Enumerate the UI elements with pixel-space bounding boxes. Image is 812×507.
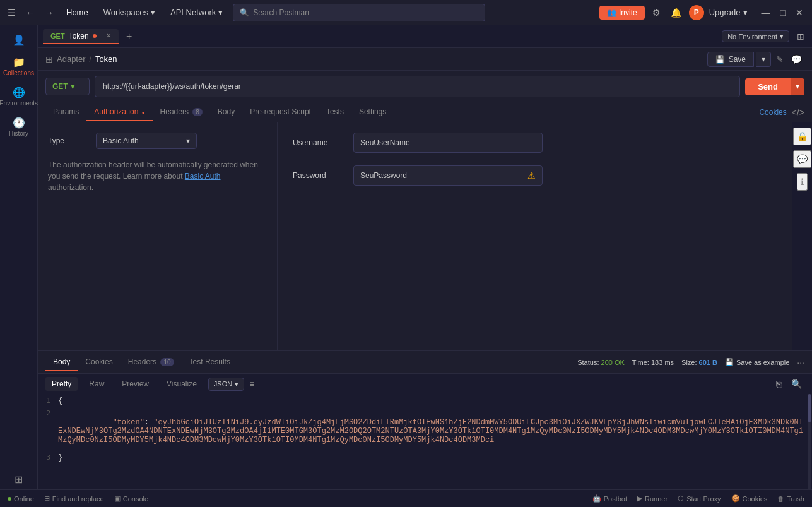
save-icon: 💾: [725, 358, 734, 366]
chevron-down-icon: ▾: [780, 32, 784, 40]
sidebar-comment-button[interactable]: 💬: [793, 150, 811, 168]
scrollbar[interactable]: [808, 394, 811, 489]
tab-close-button[interactable]: ✕: [106, 32, 111, 39]
code-icon[interactable]: </>: [792, 107, 804, 117]
resp-tab-test-results[interactable]: Test Results: [182, 354, 238, 371]
tab-body[interactable]: Body: [210, 104, 242, 121]
response-actions: ⎘ 🔍: [774, 376, 804, 391]
home-link[interactable]: Home: [61, 5, 93, 20]
sidebar-item-collections[interactable]: 📁 Collections: [3, 52, 35, 80]
back-button[interactable]: ←: [23, 5, 37, 20]
minimize-button[interactable]: —: [758, 6, 774, 19]
notifications-button[interactable]: 🔔: [668, 5, 684, 20]
console-button[interactable]: ▣ Console: [114, 494, 148, 503]
search-bar[interactable]: 🔍 Search Postman: [233, 4, 485, 21]
search-response-button[interactable]: 🔍: [789, 376, 804, 391]
maximize-button[interactable]: □: [777, 6, 789, 19]
forward-button[interactable]: →: [42, 5, 56, 20]
breadcrumb-current: Token: [95, 54, 117, 64]
code-area[interactable]: 1 { 2 "token": "eyJhbGciOiJIUzI1NiJ9.eyJ…: [38, 394, 812, 489]
content-area: GET Token ✕ + No Environment ▾ ⊞ ⊞ Adapt…: [38, 25, 812, 489]
menu-button[interactable]: ☰: [5, 5, 18, 20]
save-dropdown-button[interactable]: ▾: [756, 52, 771, 67]
add-tab-button[interactable]: +: [121, 28, 137, 45]
runner-button[interactable]: ▶ Runner: [637, 494, 668, 503]
online-dot: [8, 497, 11, 501]
auth-dot-indicator: ●: [142, 110, 145, 116]
resp-tab-cookies[interactable]: Cookies: [78, 354, 120, 371]
sidebar-help-button[interactable]: ℹ: [797, 173, 808, 191]
chevron-icon: ▾: [186, 136, 190, 145]
auth-description: The authorization header will be automat…: [48, 159, 267, 193]
tab-tests[interactable]: Tests: [319, 104, 351, 121]
api-network-menu[interactable]: API Network ▾: [165, 5, 228, 20]
method-select[interactable]: GET ▾: [45, 78, 90, 95]
fmt-tab-raw[interactable]: Raw: [83, 377, 110, 391]
format-lines-icon[interactable]: ≡: [249, 379, 254, 389]
upgrade-button[interactable]: Upgrade ▾: [709, 8, 748, 17]
send-button[interactable]: Send: [745, 78, 791, 95]
url-input[interactable]: [95, 76, 740, 97]
sidebar-item-environments[interactable]: 🌐 Environments: [3, 83, 35, 110]
save-icon: 💾: [715, 55, 725, 64]
comment-button[interactable]: 💬: [789, 52, 804, 67]
type-label: Type: [48, 136, 86, 145]
more-options-button[interactable]: ···: [797, 357, 804, 367]
resp-tab-headers[interactable]: Headers 10: [121, 354, 182, 371]
sidebar-info-button[interactable]: 🔒: [793, 128, 811, 145]
context-icon-button[interactable]: ⊞: [794, 29, 807, 44]
send-dropdown-button[interactable]: ▾: [791, 78, 804, 95]
cookies-link[interactable]: Cookies: [759, 108, 786, 117]
auth-type-value: Basic Auth: [103, 136, 139, 145]
password-row: Password SeuPassword ⚠: [293, 165, 777, 186]
tab-pre-request[interactable]: Pre-request Script: [242, 104, 319, 121]
response-section: Body Cookies Headers 10 Test Results Sta…: [38, 350, 812, 489]
right-sidebar: 🔒 💬 ℹ: [792, 122, 812, 350]
user-avatar[interactable]: P: [689, 5, 704, 20]
invite-button[interactable]: 👥 Invite: [599, 6, 645, 20]
no-env-label: No Environment: [727, 33, 777, 40]
resp-tab-body[interactable]: Body: [45, 354, 78, 371]
fmt-tab-pretty[interactable]: Pretty: [45, 377, 78, 391]
headers-badge: 8: [192, 108, 203, 116]
bottom-bar: Online ⊞ Find and replace ▣ Console 🤖 Po…: [0, 489, 812, 507]
request-bar: GET ▾ Send ▾: [38, 71, 812, 102]
tab-headers[interactable]: Headers 8: [153, 104, 210, 121]
postbot-button[interactable]: 🤖 Postbot: [592, 494, 627, 503]
username-input[interactable]: SeuUserName: [353, 133, 543, 153]
find-replace-button[interactable]: ⊞ Find and replace: [44, 494, 104, 503]
start-proxy-button[interactable]: ⬡ Start Proxy: [678, 494, 721, 503]
cookies-button[interactable]: 🍪 Cookies: [731, 494, 768, 503]
password-input[interactable]: SeuPassword ⚠: [353, 165, 543, 186]
close-button[interactable]: ✕: [792, 6, 807, 19]
save-example-button[interactable]: 💾 Save as example: [725, 358, 789, 366]
save-group: 💾 Save ▾ ✎ 💬: [707, 52, 804, 67]
tab-method: GET: [50, 32, 65, 40]
workspaces-menu[interactable]: Workspaces ▾: [98, 5, 160, 20]
fmt-tab-preview[interactable]: Preview: [115, 377, 155, 391]
sidebar-item-new[interactable]: 👤: [3, 30, 35, 50]
tab-params[interactable]: Params: [45, 104, 86, 121]
tab-authorization[interactable]: Authorization ●: [86, 104, 152, 121]
auth-type-select[interactable]: Basic Auth ▾: [96, 133, 197, 149]
fmt-tab-visualize[interactable]: Visualize: [160, 377, 203, 391]
sidebar-item-grid[interactable]: ⊞: [3, 470, 35, 489]
method-chevron-icon: ▾: [71, 82, 74, 91]
basic-auth-link[interactable]: Basic Auth: [185, 172, 221, 181]
settings-button[interactable]: ⚙: [650, 5, 663, 20]
method-label: GET: [52, 82, 68, 91]
sidebar-item-history[interactable]: 🕐 History: [3, 113, 35, 141]
environment-select[interactable]: No Environment ▾: [722, 30, 789, 42]
code-line-3: 3 }: [38, 453, 812, 466]
chevron-down-icon: ▾: [235, 380, 238, 388]
sidebar-item-label: Collections: [3, 69, 34, 76]
save-button[interactable]: 💾 Save: [707, 52, 754, 67]
copy-response-button[interactable]: ⎘: [774, 376, 784, 391]
trash-button[interactable]: 🗑 Trash: [777, 495, 804, 503]
tab-settings[interactable]: Settings: [351, 104, 394, 121]
breadcrumb-parent[interactable]: Adapter: [57, 54, 86, 64]
json-format-select[interactable]: JSON ▾: [208, 378, 244, 391]
edit-button[interactable]: ✎: [774, 52, 786, 67]
window-controls: — □ ✕: [758, 6, 807, 19]
active-tab[interactable]: GET Token ✕: [43, 29, 119, 44]
